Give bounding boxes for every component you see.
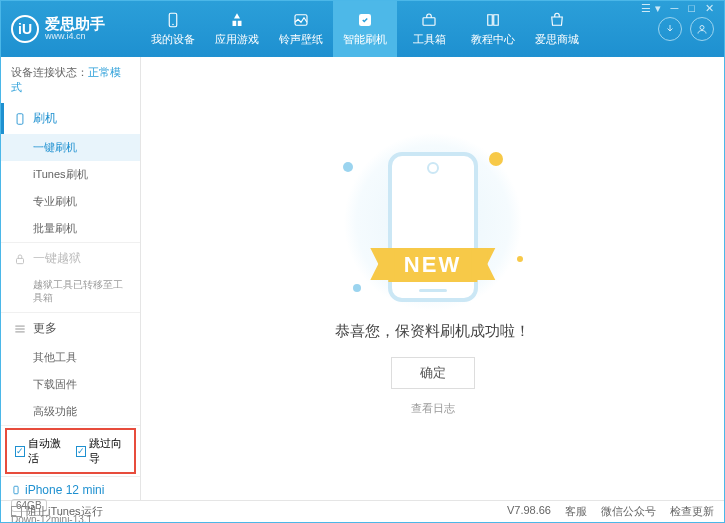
svg-rect-6 (17, 113, 23, 124)
checkbox-block-itunes[interactable]: 阻止iTunes运行 (11, 504, 103, 519)
svg-point-1 (172, 24, 174, 26)
version-label: V7.98.66 (507, 504, 551, 519)
wallpaper-icon (292, 11, 310, 29)
success-message: 恭喜您，保资料刷机成功啦！ (335, 322, 530, 341)
nav-label: 我的设备 (151, 32, 195, 47)
checkbox-icon: ✓ (76, 446, 86, 457)
menu-icon[interactable]: ☰ ▾ (638, 2, 663, 15)
svg-rect-8 (14, 486, 18, 494)
system-buttons: ☰ ▾ ─ □ ✕ (638, 2, 717, 15)
customer-service-link[interactable]: 客服 (565, 504, 587, 519)
check-update-link[interactable]: 检查更新 (670, 504, 714, 519)
checkbox-auto-activate[interactable]: ✓ 自动激活 (15, 436, 66, 466)
phone-icon (164, 11, 182, 29)
minimize-button[interactable]: ─ (668, 2, 682, 15)
sidebar-item-itunes-flash[interactable]: iTunes刷机 (1, 161, 140, 188)
nav-tutorials[interactable]: 教程中心 (461, 1, 525, 57)
success-illustration: NEW (323, 142, 543, 302)
nav-store[interactable]: 爱思商城 (525, 1, 589, 57)
book-icon (484, 11, 502, 29)
user-button[interactable] (690, 17, 714, 41)
toolbox-icon (420, 11, 438, 29)
store-icon (548, 11, 566, 29)
checkbox-icon: ✓ (15, 446, 25, 457)
sidebar-item-batch-flash[interactable]: 批量刷机 (1, 215, 140, 242)
nav-toolbox[interactable]: 工具箱 (397, 1, 461, 57)
apps-icon (228, 11, 246, 29)
sidebar-item-download-firmware[interactable]: 下载固件 (1, 371, 140, 398)
close-button[interactable]: ✕ (702, 2, 717, 15)
main-nav: 我的设备 应用游戏 铃声壁纸 智能刷机 工具箱 教程中心 爱思商城 (141, 1, 658, 57)
sidebar-flash-header[interactable]: 刷机 (1, 103, 140, 134)
maximize-button[interactable]: □ (685, 2, 698, 15)
logo: iU 爱思助手 www.i4.cn (11, 15, 141, 43)
nav-apps-games[interactable]: 应用游戏 (205, 1, 269, 57)
svg-point-5 (700, 26, 704, 30)
jailbreak-note: 越狱工具已转移至工具箱 (1, 274, 140, 312)
nav-label: 智能刷机 (343, 32, 387, 47)
lock-icon (13, 252, 27, 266)
checkbox-skip-guide[interactable]: ✓ 跳过向导 (76, 436, 127, 466)
sidebar-item-pro-flash[interactable]: 专业刷机 (1, 188, 140, 215)
app-url: www.i4.cn (45, 32, 105, 42)
nav-label: 铃声壁纸 (279, 32, 323, 47)
connection-status: 设备连接状态：正常模式 (1, 57, 140, 103)
nav-label: 应用游戏 (215, 32, 259, 47)
sidebar-item-onekey-flash[interactable]: 一键刷机 (1, 134, 140, 161)
nav-label: 爱思商城 (535, 32, 579, 47)
phone-icon (13, 112, 27, 126)
nav-label: 工具箱 (413, 32, 446, 47)
new-ribbon: NEW (388, 248, 477, 282)
app-title: 爱思助手 (45, 16, 105, 33)
flash-icon (356, 11, 374, 29)
nav-my-device[interactable]: 我的设备 (141, 1, 205, 57)
checkbox-highlight-row: ✓ 自动激活 ✓ 跳过向导 (5, 428, 136, 474)
nav-smart-flash[interactable]: 智能刷机 (333, 1, 397, 57)
svg-rect-4 (423, 18, 435, 26)
view-log-link[interactable]: 查看日志 (411, 401, 455, 416)
ok-button[interactable]: 确定 (391, 357, 475, 389)
nav-label: 教程中心 (471, 32, 515, 47)
titlebar: iU 爱思助手 www.i4.cn 我的设备 应用游戏 铃声壁纸 智能刷机 工具… (1, 1, 724, 57)
list-icon (13, 322, 27, 336)
wechat-link[interactable]: 微信公众号 (601, 504, 656, 519)
phone-icon (11, 483, 21, 497)
main-content: NEW 恭喜您，保资料刷机成功啦！ 确定 查看日志 (141, 57, 724, 500)
sidebar-more-header[interactable]: 更多 (1, 313, 140, 344)
device-name: iPhone 12 mini (11, 483, 130, 497)
sidebar-item-advanced[interactable]: 高级功能 (1, 398, 140, 425)
nav-ringtone-wallpaper[interactable]: 铃声壁纸 (269, 1, 333, 57)
sidebar-jailbreak-header[interactable]: 一键越狱 (1, 243, 140, 274)
logo-icon: iU (11, 15, 39, 43)
sidebar-item-other-tools[interactable]: 其他工具 (1, 344, 140, 371)
svg-rect-7 (17, 258, 24, 263)
sidebar: 设备连接状态：正常模式 刷机 一键刷机 iTunes刷机 专业刷机 批量刷机 一… (1, 57, 141, 500)
checkbox-icon (11, 506, 22, 517)
download-button[interactable] (658, 17, 682, 41)
